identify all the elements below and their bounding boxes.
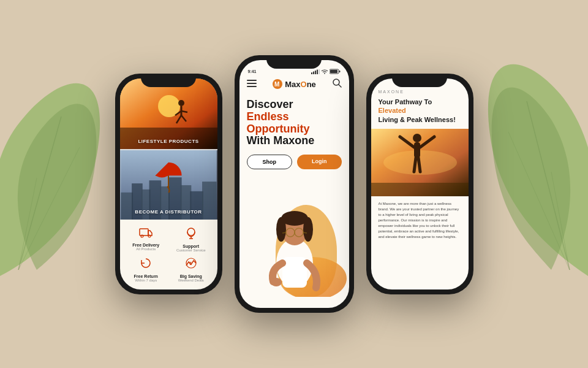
phone-left-notch: [141, 74, 196, 87]
hero-line1: Discover: [247, 99, 342, 111]
svg-rect-42: [247, 80, 257, 81]
hero-illustration: [239, 174, 349, 297]
svg-rect-34: [311, 72, 312, 74]
delivery-icon: [139, 227, 153, 241]
phone-left-screen: LIFESTYLE PRODUCTS: [120, 79, 217, 289]
hero-line3: Opportunity: [247, 123, 342, 136]
svg-rect-38: [318, 69, 320, 74]
svg-text:M: M: [274, 81, 279, 88]
woman-figure: [239, 174, 349, 297]
svg-line-68: [414, 158, 416, 172]
saving-sub: Weekend Deals: [178, 278, 204, 282]
lifestyle-label: LIFESTYLE PRODUCTS: [120, 139, 217, 144]
svg-point-54: [303, 217, 313, 242]
lifestyle-bg: LIFESTYLE PRODUCTS: [120, 79, 217, 149]
headline-normal: Your Pathway To: [379, 98, 432, 105]
svg-rect-55: [282, 257, 307, 288]
saving-title: Big Saving: [180, 274, 202, 278]
logo-text: MaxOne: [285, 80, 316, 89]
feature-return: Free Return Within 7 days: [126, 257, 167, 282]
support-sub: Customer Service: [176, 248, 206, 252]
features-grid: Free Delivery All Products Support: [120, 220, 217, 289]
headline-rest: Living & Peak Wellness!: [379, 116, 456, 123]
leaf-left-decoration: [0, 25, 123, 282]
return-icon: [140, 257, 152, 272]
svg-rect-43: [247, 83, 257, 84]
lifestyle-hero: LIFESTYLE PRODUCTS: [120, 79, 217, 149]
status-time: 9:41: [248, 69, 257, 74]
svg-point-64: [413, 134, 421, 142]
status-icons: [311, 69, 341, 74]
delivery-title: Free Delivery: [132, 243, 159, 247]
svg-rect-16: [121, 193, 133, 220]
app-header: M MaxOne: [239, 75, 349, 95]
svg-point-53: [276, 217, 286, 242]
svg-rect-70: [371, 183, 469, 196]
phone-right: MAXONE Your Pathway To Elevated Living &…: [366, 74, 473, 294]
svg-rect-36: [315, 71, 316, 74]
phone-center-notch: [266, 55, 322, 69]
return-title: Free Return: [134, 274, 158, 278]
svg-line-59: [282, 232, 286, 233]
svg-point-9: [178, 100, 184, 106]
app-logo: M MaxOne: [272, 79, 316, 90]
feature-support: Support Customer Service: [171, 227, 211, 252]
svg-line-69: [418, 158, 420, 172]
support-icon: [185, 227, 197, 242]
wellness-image: [371, 129, 469, 196]
svg-line-48: [339, 85, 341, 87]
support-title: Support: [183, 244, 199, 248]
phone-right-screen: MAXONE Your Pathway To Elevated Living &…: [371, 79, 469, 289]
hamburger-icon[interactable]: [247, 80, 257, 88]
headline: Your Pathway To Elevated Living & Peak W…: [371, 96, 469, 129]
shop-button[interactable]: Shop: [247, 155, 293, 169]
distributor-label: BECOME A DISTRIBUTOR: [120, 209, 217, 215]
svg-text:€: €: [189, 261, 192, 266]
search-icon[interactable]: [332, 78, 342, 90]
login-button[interactable]: Login: [297, 155, 342, 169]
signal-icon: [311, 69, 320, 74]
wifi-icon: [321, 69, 328, 74]
leaf-right-decoration: [459, 12, 588, 294]
distributor-hero: BECOME A DISTRIBUTOR: [120, 149, 217, 220]
feature-saving: € Big Saving Weekend Deals: [171, 257, 211, 282]
hero-line2: Endless: [247, 111, 342, 123]
return-sub: Within 7 days: [135, 278, 157, 282]
phone-center-screen: 9:41: [239, 60, 349, 308]
svg-rect-41: [339, 71, 340, 72]
svg-rect-18: [141, 190, 150, 220]
logo-icon: M: [272, 79, 283, 90]
svg-point-56: [271, 278, 282, 286]
svg-rect-37: [317, 69, 318, 74]
delivery-sub: All Products: [136, 247, 156, 251]
svg-rect-26: [140, 229, 148, 236]
svg-rect-65: [414, 142, 420, 158]
svg-line-60: [303, 232, 307, 233]
phone-left: LIFESTYLE PRODUCTS: [115, 74, 222, 294]
hero-text: Discover Endless Opportunity With Maxone: [239, 95, 349, 150]
svg-rect-44: [247, 86, 257, 87]
headline-accent: Elevated: [379, 107, 406, 114]
wellness-photo: [371, 129, 469, 196]
body-text: At Maxone, we are more than just a welln…: [371, 196, 469, 245]
cta-buttons: Shop Login: [239, 150, 349, 174]
phone-center: 9:41: [235, 55, 354, 313]
svg-rect-40: [330, 70, 337, 73]
svg-rect-23: [190, 191, 203, 220]
battery-icon: [330, 69, 341, 74]
phones-container: LIFESTYLE PRODUCTS: [115, 55, 473, 313]
svg-rect-35: [313, 71, 314, 74]
feature-delivery: Free Delivery All Products: [126, 227, 167, 252]
phone-right-notch: [392, 74, 447, 87]
saving-icon: €: [185, 257, 197, 272]
distributor-bg: BECOME A DISTRIBUTOR: [120, 150, 217, 220]
hero-line4: With Maxone: [247, 135, 342, 147]
